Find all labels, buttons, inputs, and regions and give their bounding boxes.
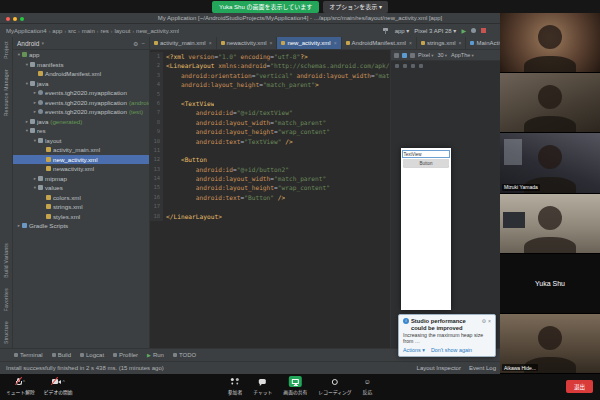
chevron-up-icon[interactable]: ^ (23, 379, 25, 385)
design-view-icon[interactable] (410, 53, 415, 58)
tree-item[interactable]: ▸events.tgh2020.myapplication (13, 88, 149, 98)
notification-dismiss-link[interactable]: Don't show again (431, 347, 472, 353)
notification-close-icon[interactable]: × (488, 318, 491, 331)
breadcrumb-item[interactable]: src (68, 28, 76, 34)
preview-textview[interactable]: TextView (403, 151, 449, 157)
tree-item[interactable]: ▾values (13, 183, 149, 193)
participant-video[interactable] (500, 13, 600, 73)
debug-button[interactable] (471, 28, 476, 33)
stop-button[interactable] (481, 28, 486, 33)
editor-tab[interactable]: AndroidManifest.xml× (342, 37, 417, 49)
chevron-up-icon[interactable]: ^ (63, 379, 65, 385)
tool-window-button[interactable]: Resource Manager (3, 69, 9, 116)
tree-item[interactable]: ▾layout (13, 136, 149, 146)
design-dropdown[interactable]: AppThe ▾ (451, 52, 474, 58)
minimize-window-button[interactable] (13, 17, 17, 21)
notification-gear-icon[interactable]: ⚙ (482, 318, 486, 331)
tree-item[interactable]: new_activity.xml (13, 155, 149, 165)
breadcrumb-item[interactable]: app (52, 28, 62, 34)
split-view-icon[interactable] (402, 53, 407, 58)
run-config-dropdown[interactable]: app ▾ (395, 27, 410, 34)
notification-actions-link[interactable]: Actions ▾ (403, 347, 425, 353)
participant-video[interactable]: Aikawa Hide... (500, 314, 600, 374)
view-options-button[interactable]: オプションを表示 ▾ (323, 1, 388, 13)
breadcrumb-item[interactable]: new_activity.xml (136, 28, 179, 34)
editor-tab[interactable]: activity_main.xml× (150, 37, 217, 49)
tree-item[interactable]: activity_main.xml (13, 145, 149, 155)
participant-video[interactable] (500, 73, 600, 133)
zoom-react-button[interactable]: ☺反応 (363, 376, 373, 395)
zoom-rec-button[interactable]: レコーディング (318, 376, 351, 395)
tree-item[interactable]: ▸Gradle Scripts (13, 221, 149, 231)
participant-video[interactable]: Yuka Shu (500, 254, 600, 314)
tool-window-button[interactable]: Structure (3, 321, 9, 344)
tree-item[interactable]: ▾manifests (13, 60, 149, 70)
run-button[interactable]: ▶ (461, 27, 466, 34)
editor-tab[interactable]: new_activity.xml× (277, 37, 341, 49)
preview-button[interactable]: Button (403, 159, 449, 167)
zoom-people-button[interactable]: 参加者 (228, 376, 242, 395)
status-item[interactable]: Layout Inspector (417, 365, 461, 371)
code-area[interactable]: 1<?xml version="1.0" encoding="utf-8"?>2… (150, 50, 390, 348)
close-tab-icon[interactable]: × (270, 40, 273, 46)
tree-item[interactable]: ▾java (13, 79, 149, 89)
breadcrumb-item[interactable]: MyApplication4 (6, 28, 47, 34)
close-tab-icon[interactable]: × (409, 40, 412, 46)
tree-item[interactable]: styles.xml (13, 212, 149, 222)
close-tab-icon[interactable]: × (209, 40, 212, 46)
design-dropdown[interactable]: 30 ▾ (437, 52, 447, 58)
tree-item[interactable]: newactivity.xml (13, 164, 149, 174)
tool-window-button-profiler[interactable]: Profiler (113, 352, 138, 358)
layout-preview-canvas[interactable]: TextView Button (401, 148, 451, 310)
close-window-button[interactable] (6, 17, 10, 21)
zoom-cam-button[interactable]: ^ビデオの開始 (44, 376, 73, 395)
tool-window-button-terminal[interactable]: Terminal (14, 352, 43, 358)
device-dropdown[interactable]: Pixel 3 API 28 ▾ (414, 27, 456, 34)
zoom-chat-button[interactable]: チャット (253, 376, 272, 395)
tool-window-button[interactable]: Project (3, 41, 9, 59)
breadcrumb-item[interactable]: main (82, 28, 95, 34)
tree-item[interactable]: ▸events.tgh2020.myapplication(androidTes… (13, 98, 149, 108)
tree-item[interactable]: ▾res (13, 126, 149, 136)
tree-item[interactable]: ▸mipmap (13, 174, 149, 184)
tree-item[interactable]: ▸events.tgh2020.myapplication(test) (13, 107, 149, 117)
file-icon (470, 41, 474, 45)
tool-window-button[interactable]: Build Variants (3, 243, 9, 278)
tree-item[interactable]: ▸java(generated) (13, 117, 149, 127)
breadcrumb-item[interactable]: res (100, 28, 108, 34)
tree-item[interactable]: AndroidManifest.xml (13, 69, 149, 79)
editor-tab[interactable]: newactivity.xml× (217, 37, 278, 49)
code-view-icon[interactable] (394, 53, 399, 58)
collapse-all-icon[interactable]: − (141, 40, 145, 47)
tool-window-button-build[interactable]: Build (52, 352, 71, 358)
refresh-icon[interactable] (419, 64, 423, 68)
zoom-mic-button[interactable]: ^ミュート解除 (6, 376, 35, 395)
close-tab-icon[interactable]: × (334, 40, 337, 46)
status-item[interactable]: Event Log (469, 365, 496, 371)
tool-window-button-todo[interactable]: TODO (173, 352, 196, 358)
design-dropdown[interactable]: Pixel ▾ (418, 52, 433, 58)
leave-meeting-button[interactable]: 退出 (566, 380, 593, 393)
tool-window-button[interactable]: Favorites (3, 288, 9, 311)
zoom-tool-icon[interactable] (411, 64, 415, 68)
close-tab-icon[interactable]: × (459, 40, 462, 46)
participant-video[interactable] (500, 194, 600, 254)
line-number: 2 (150, 61, 163, 70)
tree-item[interactable]: strings.xml (13, 202, 149, 212)
select-tool-icon[interactable] (395, 64, 399, 68)
pan-tool-icon[interactable] (403, 64, 407, 68)
gear-icon[interactable]: ⚙ (133, 40, 138, 47)
tree-item[interactable]: colors.xml (13, 193, 149, 203)
zoom-share-button[interactable]: 画面の共有 (283, 376, 307, 395)
project-view-selector[interactable]: Android (17, 40, 39, 47)
editor-tab[interactable]: strings.xml× (417, 37, 467, 49)
zoom-window-button[interactable] (20, 17, 24, 21)
tool-window-button-run[interactable]: ▶Run (147, 352, 164, 358)
participant-video[interactable]: Mizuki Yamada (500, 133, 600, 193)
project-panel-header[interactable]: Android ▾ ⚙ − (13, 37, 149, 50)
tree-item[interactable]: ▾app (13, 50, 149, 60)
build-hammer-icon[interactable] (383, 27, 390, 34)
tool-window-button-logcat[interactable]: Logcat (80, 352, 104, 358)
breadcrumb-item[interactable]: layout (114, 28, 130, 34)
editor-tab[interactable]: MainActivity.java× (466, 37, 500, 49)
